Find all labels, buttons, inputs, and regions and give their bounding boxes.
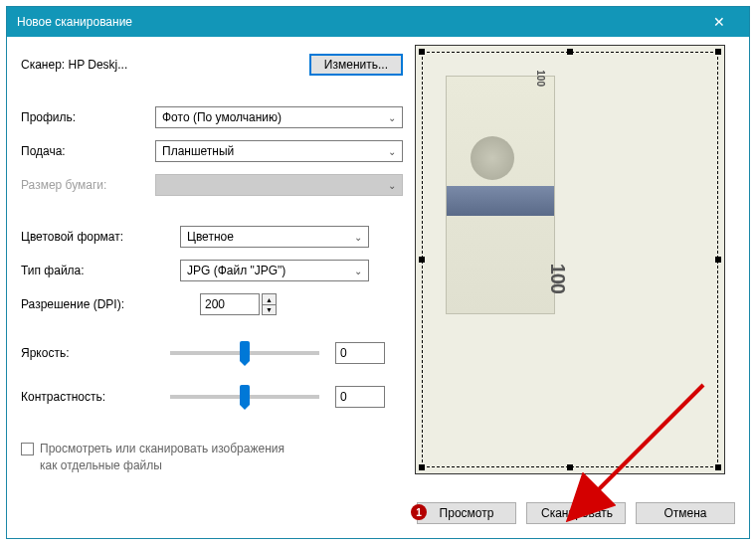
source-label: Подача: (21, 144, 155, 158)
color-format-value: Цветное (187, 230, 234, 244)
brightness-slider[interactable] (170, 351, 319, 355)
resolution-input[interactable]: 200 (200, 293, 260, 315)
file-type-value: JPG (Файл "JPG") (187, 264, 285, 277)
spinner-up-icon[interactable]: ▲ (262, 293, 277, 304)
titlebar: Новое сканирование ✕ (7, 7, 749, 37)
window-title: Новое сканирование (17, 15, 699, 29)
scan-button[interactable]: Сканировать (526, 502, 626, 524)
selection-handle[interactable] (419, 464, 425, 470)
contrast-label: Контрастность: (21, 390, 170, 404)
spinner-down-icon[interactable]: ▼ (262, 304, 277, 315)
selection-handle[interactable] (715, 49, 721, 55)
close-icon[interactable]: ✕ (699, 14, 739, 30)
resolution-value: 200 (205, 297, 225, 311)
paper-size-select: ⌄ (155, 174, 403, 196)
selection-handle[interactable] (715, 464, 721, 470)
contrast-value-box[interactable]: 0 (335, 386, 385, 408)
slider-thumb[interactable] (240, 385, 250, 405)
chevron-down-icon: ⌄ (354, 266, 362, 276)
contrast-value: 0 (340, 390, 347, 404)
preview-button[interactable]: Просмотр (417, 502, 516, 524)
preview-area[interactable]: 100 100 (415, 45, 725, 474)
color-format-select[interactable]: Цветное ⌄ (180, 226, 369, 248)
resolution-label: Разрешение (DPI): (21, 297, 200, 311)
selection-handle[interactable] (419, 49, 425, 55)
color-format-label: Цветовой формат: (21, 230, 180, 244)
separate-files-checkbox[interactable] (21, 443, 34, 455)
chevron-down-icon: ⌄ (354, 232, 362, 243)
resolution-spinner: ▲ ▼ (262, 293, 277, 315)
selection-handle[interactable] (419, 257, 425, 263)
selection-marquee[interactable] (422, 52, 718, 467)
separate-files-label: Просмотреть или сканировать изображения … (40, 441, 298, 474)
chevron-down-icon: ⌄ (388, 112, 396, 123)
brightness-value-box[interactable]: 0 (335, 342, 385, 364)
selection-handle[interactable] (567, 464, 573, 470)
chevron-down-icon: ⌄ (388, 180, 396, 191)
selection-handle[interactable] (715, 257, 721, 263)
profile-label: Профиль: (21, 110, 155, 124)
profile-select[interactable]: Фото (По умолчанию) ⌄ (155, 106, 403, 128)
profile-value: Фото (По умолчанию) (162, 110, 282, 124)
chevron-down-icon: ⌄ (388, 146, 396, 157)
scanner-label: Сканер: HP Deskj... (21, 58, 309, 72)
change-scanner-button[interactable]: Изменить... (309, 54, 403, 76)
annotation-badge: 1 (411, 504, 427, 520)
selection-handle[interactable] (567, 49, 573, 55)
brightness-label: Яркость: (21, 346, 170, 360)
brightness-value: 0 (340, 346, 347, 360)
file-type-select[interactable]: JPG (Файл "JPG") ⌄ (180, 260, 369, 281)
file-type-label: Тип файла: (21, 264, 180, 277)
paper-size-label: Размер бумаги: (21, 178, 155, 192)
scan-dialog: Новое сканирование ✕ Сканер: HP Deskj...… (6, 6, 750, 539)
source-select[interactable]: Планшетный ⌄ (155, 140, 403, 162)
slider-thumb[interactable] (240, 341, 250, 361)
cancel-button[interactable]: Отмена (636, 502, 735, 524)
source-value: Планшетный (162, 144, 234, 158)
contrast-slider[interactable] (170, 395, 319, 399)
